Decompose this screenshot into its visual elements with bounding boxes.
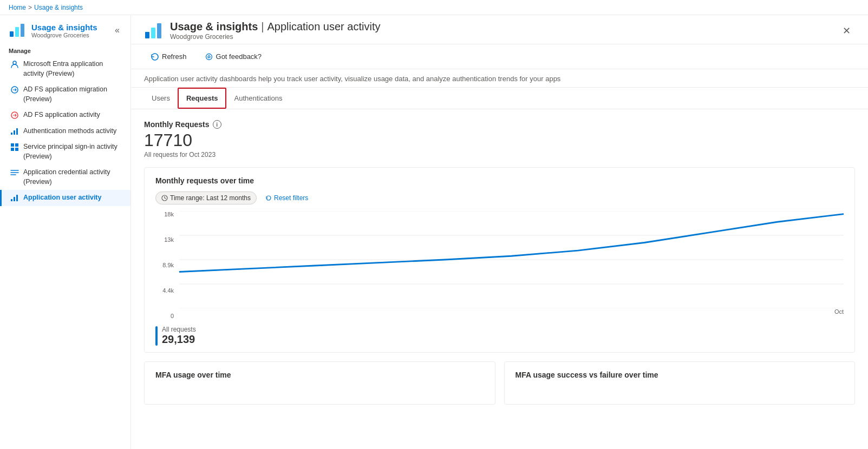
breadcrumb-current[interactable]: Usage & insights (34, 4, 83, 11)
y-label-4.4k: 4.4k (155, 287, 177, 294)
sidebar-item-app-user-activity[interactable]: Application user activity (0, 190, 130, 206)
description-bar: Application user activity dashboards hel… (131, 69, 868, 88)
breadcrumb: Home > Usage & insights (0, 0, 868, 15)
svg-rect-7 (14, 130, 15, 135)
grid-icon (10, 143, 19, 151)
breadcrumb-home[interactable]: Home (9, 4, 26, 11)
mfa-usage-title: MFA usage over time (155, 371, 484, 379)
svg-rect-1 (15, 27, 19, 37)
tab-users[interactable]: Users (144, 89, 178, 109)
page-header: Usage & insights | Application user acti… (131, 15, 868, 44)
tab-authentications[interactable]: Authentications (226, 89, 290, 109)
person-icon (10, 60, 19, 69)
chart-x-labels: Oct (179, 308, 844, 319)
monthly-requests-label: Monthly Requests i (144, 120, 855, 129)
chart-section: Monthly requests over time Time range: L… (144, 167, 855, 353)
sidebar-app-title: Usage & insights (31, 23, 97, 32)
feedback-label: Got feedback? (216, 52, 262, 61)
sidebar-item-service-principal-label: Service principal sign-in activity (Prev… (23, 142, 122, 161)
monthly-requests-sub: All requests for Oct 2023 (144, 151, 855, 159)
sidebar-collapse-button[interactable]: « (113, 23, 122, 37)
mfa-success-failure-panel: MFA usage success vs failure over time (504, 361, 856, 405)
chart-y-labels: 18k 13k 8.9k 4.4k 0 (155, 211, 177, 319)
all-requests-footer: All requests 29,139 (155, 326, 844, 346)
bottom-panels: MFA usage over time MFA usage success vs… (144, 361, 855, 405)
svg-point-23 (208, 56, 210, 58)
page-header-separator: | (261, 21, 264, 33)
tab-requests[interactable]: Requests (178, 88, 227, 109)
y-label-8.9k: 8.9k (155, 262, 177, 268)
sidebar-item-adfs-migrate-label: AD FS application migration (Preview) (23, 85, 122, 104)
refresh-label: Refresh (162, 52, 187, 61)
sidebar-manage-label: Manage (0, 43, 130, 56)
refresh-icon (151, 53, 159, 61)
sidebar-org: Woodgrove Groceries (31, 32, 97, 38)
app-logo-icon (9, 22, 26, 39)
svg-rect-10 (15, 143, 18, 147)
refresh-button[interactable]: Refresh (144, 49, 194, 64)
close-button[interactable]: ✕ (838, 23, 855, 39)
sidebar-item-app-credential-label: Application credential activity (Preview… (23, 168, 122, 187)
auth-methods-icon (10, 127, 19, 136)
breadcrumb-separator: > (28, 4, 32, 11)
svg-rect-16 (11, 199, 12, 201)
page-header-icon (144, 21, 164, 41)
svg-rect-0 (10, 31, 14, 37)
filter-icon (161, 195, 168, 201)
reset-filters-button[interactable]: Reset filters (261, 192, 312, 204)
monthly-requests-number: 17710 (144, 131, 855, 150)
svg-rect-12 (15, 148, 18, 151)
sidebar-item-service-principal[interactable]: Service principal sign-in activity (Prev… (0, 139, 130, 164)
y-label-18k: 18k (155, 211, 177, 217)
all-requests-number: 29,139 (162, 333, 196, 346)
x-label-oct: Oct (834, 308, 844, 319)
sidebar: Usage & insights Woodgrove Groceries « M… (0, 15, 131, 449)
app-user-activity-icon (10, 194, 19, 202)
content-area: Usage & insights | Application user acti… (131, 15, 868, 449)
svg-rect-8 (16, 128, 18, 135)
mfa-usage-panel: MFA usage over time (144, 361, 495, 405)
y-label-13k: 13k (155, 236, 177, 243)
page-header-title: Usage & insights (170, 21, 258, 33)
page-header-subtitle: Application user activity (267, 21, 380, 33)
time-range-filter[interactable]: Time range: Last 12 months (155, 192, 257, 204)
sidebar-item-app-credential[interactable]: Application credential activity (Preview… (0, 164, 130, 190)
svg-rect-21 (157, 23, 161, 38)
page-header-org: Woodgrove Groceries (170, 33, 380, 41)
chart-container: 18k 13k 8.9k 4.4k 0 (155, 211, 844, 319)
monthly-requests-title: Monthly Requests (144, 120, 210, 129)
svg-rect-6 (11, 133, 12, 135)
sidebar-item-app-user-activity-label: Application user activity (23, 193, 101, 203)
adfs-migrate-icon (10, 85, 19, 94)
all-requests-label: All requests (162, 326, 196, 333)
lines-icon (10, 168, 19, 177)
svg-rect-20 (151, 28, 155, 38)
feedback-icon (205, 53, 213, 61)
svg-rect-18 (16, 195, 18, 201)
main-content: Monthly Requests i 17710 All requests fo… (131, 109, 868, 449)
monthly-requests-info-icon[interactable]: i (213, 120, 221, 129)
description-text: Application user activity dashboards hel… (144, 75, 560, 83)
svg-rect-9 (11, 143, 14, 147)
sidebar-item-ms-entra-label: Microsoft Entra application activity (Pr… (23, 60, 122, 78)
svg-point-3 (13, 61, 16, 64)
sidebar-title: Usage & insights Woodgrove Groceries (31, 23, 97, 38)
sidebar-item-ms-entra[interactable]: Microsoft Entra application activity (Pr… (0, 56, 130, 82)
sidebar-item-adfs-migrate[interactable]: AD FS application migration (Preview) (0, 82, 130, 107)
feedback-button[interactable]: Got feedback? (198, 49, 269, 64)
sidebar-header: Usage & insights Woodgrove Groceries « (0, 15, 130, 43)
svg-rect-11 (11, 148, 14, 151)
sidebar-item-auth-methods-label: Authentication methods activity (23, 127, 116, 136)
sidebar-item-auth-methods[interactable]: Authentication methods activity (0, 123, 130, 140)
toolbar: Refresh Got feedback? (131, 44, 868, 69)
sidebar-item-adfs-activity[interactable]: AD FS application activity (0, 107, 130, 123)
reset-filters-label: Reset filters (274, 194, 308, 202)
adfs-activity-icon (10, 111, 19, 120)
all-requests-bar-indicator (155, 326, 158, 346)
chart-filters: Time range: Last 12 months Reset filters (155, 192, 844, 204)
chart-svg (179, 211, 844, 308)
mfa-success-failure-title: MFA usage success vs failure over time (515, 371, 844, 379)
page-header-left: Usage & insights | Application user acti… (144, 21, 838, 41)
page-header-title-row: Usage & insights | Application user acti… (170, 21, 380, 33)
svg-point-22 (206, 54, 212, 60)
